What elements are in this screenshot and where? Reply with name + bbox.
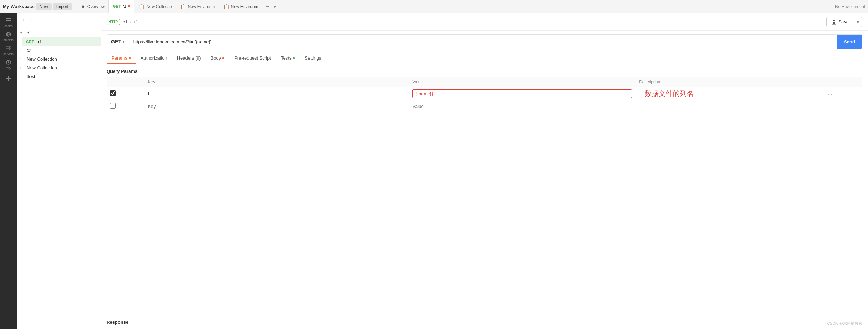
- tab-new-col-1-label: New Collectio: [146, 4, 172, 9]
- save-dropdown-button[interactable]: ▾: [854, 17, 862, 27]
- url-bar: GET ▾ Send: [107, 34, 862, 49]
- collection-icon: 📋: [138, 4, 144, 9]
- icon-sidebar: ctions nments servers tory: [0, 13, 17, 329]
- col-header-more: [825, 77, 862, 87]
- col-header-key: Key: [144, 77, 409, 87]
- environments-icon: [5, 31, 12, 37]
- env-icon-2: 📋: [223, 4, 229, 9]
- breadcrumb-separator: /: [130, 19, 131, 25]
- tree-item-r1[interactable]: GET r1: [22, 37, 101, 46]
- tree-item-c2[interactable]: › c2: [17, 46, 101, 55]
- tests-dot: [293, 57, 295, 59]
- save-button[interactable]: Save: [827, 17, 854, 27]
- tree-method-get: GET: [26, 40, 36, 44]
- environment-label[interactable]: No Environment: [835, 4, 865, 9]
- tab-bar: My Workspace New Import 👁 Overview GET r…: [0, 0, 868, 13]
- tree-item-new-col-1-label: New Collection: [27, 56, 57, 62]
- tab-add-button[interactable]: +: [263, 4, 272, 10]
- new-button[interactable]: New: [36, 3, 52, 10]
- tab-tests[interactable]: Tests: [276, 53, 300, 64]
- url-input[interactable]: [129, 35, 837, 49]
- param-row-1: 数据文件的列名 ···: [107, 87, 862, 101]
- tab-new-collection-1[interactable]: 📋 New Collectio: [135, 0, 176, 13]
- sidebar-filter-button[interactable]: ≡: [28, 16, 34, 24]
- tab-dropdown-button[interactable]: ▾: [272, 4, 277, 9]
- workspace-title: My Workspace: [3, 4, 35, 9]
- workspace-section: My Workspace New Import: [3, 3, 75, 10]
- tab-get-r1[interactable]: GET r1: [109, 0, 134, 13]
- param-row-1-more-icon[interactable]: ···: [828, 91, 832, 97]
- collections-label: ctions: [4, 24, 13, 28]
- tab-params-label: Params: [111, 55, 127, 61]
- chevron-right-icon-ttest: ›: [20, 75, 25, 78]
- sidebar-item-collections[interactable]: ctions: [2, 16, 15, 29]
- tab-pre-request-label: Pre-request Script: [234, 55, 271, 61]
- tab-params[interactable]: Params: [107, 53, 136, 64]
- mock-servers-label: servers: [3, 52, 14, 56]
- svg-rect-15: [833, 22, 835, 24]
- col-header-check: [107, 77, 144, 87]
- param-row-2-checkbox[interactable]: [110, 103, 116, 109]
- sidebar-more-button[interactable]: ···: [90, 16, 97, 24]
- sidebar-header: + ≡ ···: [17, 13, 101, 27]
- method-selector[interactable]: GET ▾: [107, 35, 129, 49]
- tab-settings[interactable]: Settings: [300, 53, 326, 64]
- tab-authorization[interactable]: Authorization: [136, 53, 172, 64]
- send-button[interactable]: Send: [837, 35, 862, 49]
- param-row-2-key-input[interactable]: [148, 104, 406, 109]
- chevron-right-icon-nc1: ›: [20, 57, 25, 61]
- tree-item-c2-label: c2: [27, 48, 32, 53]
- sidebar-add-button[interactable]: +: [20, 16, 26, 24]
- param-row-1-checkbox[interactable]: [110, 90, 116, 96]
- add-icon: [5, 75, 12, 82]
- chevron-down-icon: ▾: [20, 31, 25, 35]
- environment-selector: No Environment: [835, 4, 865, 9]
- breadcrumb-collection: c1: [123, 19, 128, 25]
- param-row-2-desc-cell: [636, 101, 825, 112]
- collections-icon: [5, 17, 12, 23]
- sidebar-item-mock-servers[interactable]: servers: [2, 44, 15, 57]
- sidebar-item-history[interactable]: tory: [2, 58, 15, 71]
- response-section: Response: [101, 315, 868, 329]
- tab-method-badge: GET: [113, 4, 121, 8]
- param-row-2-more-cell: [825, 101, 862, 112]
- body-dot: [222, 57, 224, 59]
- save-button-group: Save ▾: [826, 17, 862, 27]
- tab-headers[interactable]: Headers (9): [172, 53, 206, 64]
- svg-point-8: [9, 47, 10, 48]
- param-row-1-check-cell: [107, 87, 144, 101]
- history-label: tory: [6, 66, 11, 70]
- param-row-1-value-input[interactable]: [412, 89, 632, 98]
- param-row-2-value-input[interactable]: [412, 104, 632, 109]
- overview-icon: 👁: [81, 4, 86, 9]
- tab-settings-label: Settings: [305, 55, 321, 61]
- tab-body[interactable]: Body: [206, 53, 230, 64]
- environments-label: nments: [3, 38, 14, 42]
- svg-rect-1: [6, 20, 11, 21]
- query-params-title: Query Params: [107, 69, 862, 74]
- col-header-value: Value: [409, 77, 636, 87]
- history-icon: [5, 59, 12, 66]
- sidebar-tree: ▾ c1 GET r1 › c2 › New Collection › New …: [17, 27, 101, 329]
- param-row-1-desc-cell: 数据文件的列名: [636, 87, 825, 101]
- tree-item-new-col-1[interactable]: › New Collection: [17, 55, 101, 63]
- tab-pre-request-script[interactable]: Pre-request Script: [229, 53, 276, 64]
- sidebar-item-add[interactable]: [2, 72, 15, 85]
- params-section: Query Params Key Value Description: [101, 64, 868, 315]
- tree-item-new-col-2[interactable]: › New Collection: [17, 63, 101, 72]
- params-table: Key Value Description: [107, 77, 862, 112]
- tree-item-ttest[interactable]: › ttest: [17, 72, 101, 81]
- tab-overview[interactable]: 👁 Overview: [77, 0, 109, 13]
- tree-item-ttest-label: ttest: [27, 74, 35, 79]
- http-badge: HTTP: [107, 19, 120, 25]
- headers-count: (9): [196, 56, 201, 61]
- tab-new-env-2-label: New Environm: [231, 4, 258, 9]
- params-dot: [129, 57, 131, 59]
- sidebar-item-environments[interactable]: nments: [2, 30, 15, 43]
- param-row-1-key-input[interactable]: [148, 91, 406, 96]
- tab-new-env-2[interactable]: 📋 New Environm: [220, 0, 262, 13]
- tab-overview-label: Overview: [87, 4, 105, 9]
- tree-item-c1[interactable]: ▾ c1: [17, 28, 101, 37]
- import-button[interactable]: Import: [53, 3, 72, 10]
- tab-new-env-1[interactable]: 📋 New Environm: [177, 0, 219, 13]
